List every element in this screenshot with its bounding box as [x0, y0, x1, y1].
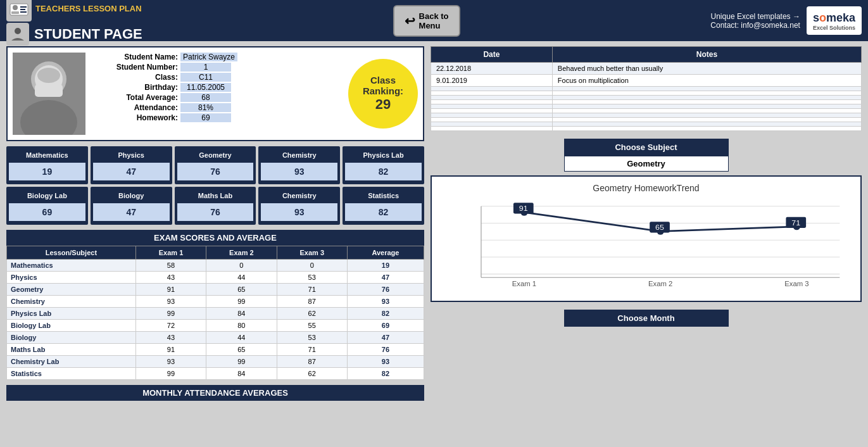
exam3-score: 62: [277, 368, 347, 380]
teacher-icon: [6, 0, 32, 22]
student-number-row: Student Number: 1: [92, 63, 342, 72]
notes-section: Date Notes 22.12.2018 Behaved much bette…: [431, 46, 862, 131]
someka-logo: someka Excel Solutions: [807, 6, 862, 35]
subject-score-cell: Geometry76: [175, 146, 256, 184]
exam-avg: 76: [347, 344, 424, 356]
exam-table-row: Chemistry 93 99 87 93: [7, 296, 424, 308]
exam-avg: 76: [347, 284, 424, 296]
header-left: TEACHERS LESSON PLAN STUDENT PAGE: [6, 0, 142, 46]
ranking-value: 29: [375, 96, 391, 113]
subject-score-cell: Maths Lab76: [175, 187, 256, 225]
notes-row: 22.12.2018 Behaved much better than usua…: [431, 63, 862, 75]
notes-row: [431, 118, 862, 122]
choose-month-section: Choose Month: [431, 310, 862, 327]
back-to-menu-button[interactable]: ↩ Back to Menu: [393, 5, 460, 37]
exam-table-row: Mathematics 58 0 0 19: [7, 260, 424, 272]
exam-subject: Geometry: [7, 284, 136, 296]
student-name-value: Patrick Swayze: [180, 53, 237, 61]
right-panel: Date Notes 22.12.2018 Behaved much bette…: [431, 46, 862, 401]
subject-score-cell: Physics Lab82: [343, 146, 424, 184]
exam1-score: 93: [135, 296, 206, 308]
exam-table-row: Geometry 91 65 71 76: [7, 284, 424, 296]
exam-subject: Biology: [7, 332, 136, 344]
exam1-score: 99: [135, 368, 206, 380]
notes-row: [431, 100, 862, 104]
exam-col-header: Exam 1: [135, 246, 206, 260]
monthly-attendance-section: MONTHLY ATTENDANCE AVERAGES: [6, 385, 424, 401]
notes-row: 9.01.2019 Focus on multiplication: [431, 75, 862, 87]
notes-date-cell: 22.12.2018: [431, 63, 553, 75]
exam-table-header: EXAM SCORES AND AVERAGE: [6, 230, 424, 246]
header-top-title: TEACHERS LESSON PLAN: [6, 0, 142, 22]
subject-score-cell: Chemistry93: [258, 187, 340, 225]
choose-subject-button[interactable]: Choose Subject: [564, 139, 729, 156]
student-homework-row: Homework: 69: [92, 113, 342, 122]
notes-date-cell: 9.01.2019: [431, 75, 553, 87]
chart-svg: 91 65 71 Exam 1 Exam 2 Exam 3: [438, 199, 854, 294]
notes-date-cell: [431, 122, 553, 127]
exam2-score: 80: [206, 320, 277, 332]
notes-text-cell: [552, 127, 861, 131]
exam1-score: 72: [135, 320, 206, 332]
notes-date-cell: [431, 104, 553, 109]
notes-row: [431, 122, 862, 127]
exam-avg: 69: [347, 320, 424, 332]
header-right: Unique Excel templates → Contact: info@s…: [710, 6, 862, 35]
student-card: Student Name: Patrick Swayze Student Num…: [6, 46, 424, 141]
svg-text:65: 65: [655, 224, 664, 232]
notes-text-cell: Focus on multiplication: [552, 75, 861, 87]
student-class-value: C11: [180, 73, 231, 82]
notes-date-col: Date: [431, 47, 553, 63]
exam-avg: 47: [347, 332, 424, 344]
notes-date-cell: [431, 87, 553, 91]
student-photo: [13, 53, 85, 135]
notes-row: [431, 104, 862, 109]
main-content: Student Name: Patrick Swayze Student Num…: [0, 41, 868, 406]
notes-text-cell: [552, 109, 861, 113]
exam-subject: Physics: [7, 272, 136, 284]
exam1-score: 99: [135, 308, 206, 320]
exam3-score: 71: [277, 284, 347, 296]
exam-table-section: EXAM SCORES AND AVERAGE Lesson/SubjectEx…: [6, 230, 424, 380]
svg-point-1: [13, 5, 18, 10]
exam-col-header: Exam 2: [206, 246, 277, 260]
notes-date-cell: [431, 118, 553, 122]
svg-text:71: 71: [791, 218, 800, 227]
svg-rect-12: [35, 84, 63, 97]
exam2-score: 99: [206, 296, 277, 308]
student-attendance-row: Attendance: 81%: [92, 103, 342, 112]
choose-month-button[interactable]: Choose Month: [564, 310, 729, 327]
back-arrow-icon: ↩: [405, 13, 415, 28]
exam2-score: 84: [206, 308, 277, 320]
notes-row: [431, 87, 862, 91]
choose-subject-section: Choose Subject Geometry: [431, 139, 862, 172]
exam3-score: 53: [277, 272, 347, 284]
notes-text-cell: [552, 100, 861, 104]
notes-text-cell: [552, 87, 861, 91]
unique-text: Unique Excel templates →: [710, 12, 800, 21]
svg-rect-3: [20, 6, 27, 8]
notes-date-cell: [431, 127, 553, 131]
scores-grid: Mathematics19Physics47Geometry76Chemistr…: [6, 146, 424, 225]
exam1-score: 58: [135, 260, 206, 272]
exam-avg: 93: [347, 356, 424, 368]
class-ranking-circle: Class Ranking: 29: [348, 59, 418, 129]
exam2-score: 44: [206, 332, 277, 344]
exam-avg: 19: [347, 260, 424, 272]
notes-date-cell: [431, 96, 553, 100]
svg-text:Exam 2: Exam 2: [648, 280, 672, 287]
exam-col-header: Exam 3: [277, 246, 347, 260]
student-avg-value: 68: [180, 93, 231, 102]
exam-col-header: Lesson/Subject: [7, 246, 136, 260]
chart-container: Geometry HomeworkTrend: [431, 175, 862, 302]
exam-col-header: Average: [347, 246, 424, 260]
exam-avg: 93: [347, 296, 424, 308]
notes-row: [431, 96, 862, 100]
svg-text:91: 91: [519, 205, 528, 213]
notes-row: [431, 91, 862, 96]
notes-text-cell: [552, 118, 861, 122]
exam3-score: 87: [277, 296, 347, 308]
exam-subject: Maths Lab: [7, 344, 136, 356]
student-icon: [6, 23, 29, 46]
student-homework-value: 69: [180, 113, 231, 122]
